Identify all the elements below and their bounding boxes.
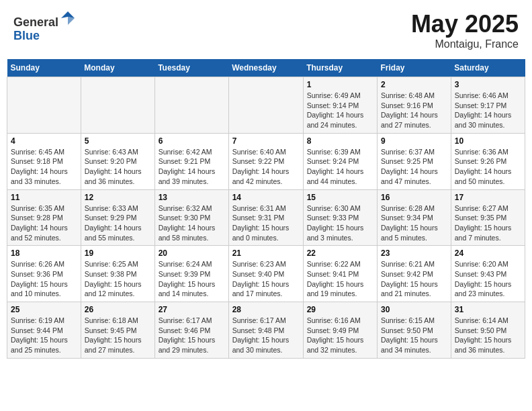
day-number: 8: [307, 136, 373, 146]
day-number: 15: [307, 193, 373, 202]
day-number: 27: [159, 305, 225, 314]
title-block: May 2025 Montaigu, France: [411, 10, 519, 50]
day-number: 19: [85, 248, 151, 258]
day-info: Sunrise: 6:24 AM Sunset: 9:39 PM Dayligh…: [159, 259, 225, 299]
header-cell-wednesday: Wednesday: [228, 59, 303, 77]
day-cell-4: 4Sunrise: 6:45 AM Sunset: 9:18 PM Daylig…: [7, 133, 81, 189]
day-number: 23: [381, 248, 447, 258]
day-info: Sunrise: 6:27 AM Sunset: 9:35 PM Dayligh…: [455, 203, 521, 243]
day-cell-29: 29Sunrise: 6:16 AM Sunset: 9:49 PM Dayli…: [303, 302, 377, 359]
day-cell-31: 31Sunrise: 6:14 AM Sunset: 9:50 PM Dayli…: [451, 302, 525, 359]
page-header: General Blue May 2025 Montaigu, France: [7, 7, 525, 54]
day-number: 13: [159, 193, 225, 202]
day-cell-25: 25Sunrise: 6:19 AM Sunset: 9:44 PM Dayli…: [7, 302, 81, 359]
header-cell-thursday: Thursday: [303, 59, 377, 77]
day-cell-5: 5Sunrise: 6:43 AM Sunset: 9:20 PM Daylig…: [81, 133, 154, 189]
calendar-title: May 2025: [411, 10, 519, 38]
day-number: 3: [455, 80, 521, 89]
day-info: Sunrise: 6:46 AM Sunset: 9:17 PM Dayligh…: [455, 91, 521, 130]
day-cell-30: 30Sunrise: 6:15 AM Sunset: 9:50 PM Dayli…: [378, 302, 451, 359]
day-info: Sunrise: 6:31 AM Sunset: 9:31 PM Dayligh…: [232, 203, 300, 243]
header-row: SundayMondayTuesdayWednesdayThursdayFrid…: [7, 59, 525, 77]
calendar-table: SundayMondayTuesdayWednesdayThursdayFrid…: [7, 59, 525, 359]
day-info: Sunrise: 6:22 AM Sunset: 9:41 PM Dayligh…: [307, 259, 373, 299]
day-number: 31: [455, 305, 521, 314]
logo-general: General: [13, 15, 58, 29]
day-number: 18: [11, 248, 77, 258]
day-info: Sunrise: 6:28 AM Sunset: 9:34 PM Dayligh…: [381, 203, 447, 243]
day-number: 30: [381, 305, 447, 314]
empty-cell: [7, 77, 81, 134]
day-cell-14: 14Sunrise: 6:31 AM Sunset: 9:31 PM Dayli…: [228, 189, 303, 246]
day-info: Sunrise: 6:39 AM Sunset: 9:24 PM Dayligh…: [307, 147, 373, 187]
day-number: 20: [159, 248, 225, 258]
day-info: Sunrise: 6:16 AM Sunset: 9:49 PM Dayligh…: [307, 316, 373, 355]
day-cell-9: 9Sunrise: 6:37 AM Sunset: 9:25 PM Daylig…: [378, 133, 451, 189]
day-cell-21: 21Sunrise: 6:23 AM Sunset: 9:40 PM Dayli…: [228, 246, 303, 302]
day-cell-13: 13Sunrise: 6:32 AM Sunset: 9:30 PM Dayli…: [154, 189, 228, 246]
day-cell-2: 2Sunrise: 6:48 AM Sunset: 9:16 PM Daylig…: [378, 77, 451, 134]
day-info: Sunrise: 6:49 AM Sunset: 9:14 PM Dayligh…: [307, 91, 373, 130]
day-cell-24: 24Sunrise: 6:20 AM Sunset: 9:43 PM Dayli…: [451, 246, 525, 302]
empty-cell: [154, 77, 228, 134]
day-info: Sunrise: 6:30 AM Sunset: 9:33 PM Dayligh…: [307, 203, 373, 243]
empty-cell: [228, 77, 303, 134]
logo: General Blue: [13, 10, 76, 43]
header-cell-saturday: Saturday: [451, 59, 525, 77]
day-info: Sunrise: 6:43 AM Sunset: 9:20 PM Dayligh…: [85, 147, 151, 187]
svg-marker-1: [68, 17, 75, 25]
day-cell-12: 12Sunrise: 6:33 AM Sunset: 9:29 PM Dayli…: [81, 189, 154, 246]
week-row-3: 11Sunrise: 6:35 AM Sunset: 9:28 PM Dayli…: [7, 189, 525, 246]
day-number: 12: [85, 193, 151, 202]
day-cell-17: 17Sunrise: 6:27 AM Sunset: 9:35 PM Dayli…: [451, 189, 525, 246]
day-number: 5: [85, 136, 151, 146]
day-number: 16: [381, 193, 447, 202]
week-row-4: 18Sunrise: 6:26 AM Sunset: 9:36 PM Dayli…: [7, 246, 525, 302]
day-cell-20: 20Sunrise: 6:24 AM Sunset: 9:39 PM Dayli…: [154, 246, 228, 302]
week-row-1: 1Sunrise: 6:49 AM Sunset: 9:14 PM Daylig…: [7, 77, 525, 134]
logo-icon: [60, 10, 76, 26]
day-info: Sunrise: 6:19 AM Sunset: 9:44 PM Dayligh…: [11, 316, 77, 355]
day-number: 10: [455, 136, 521, 146]
day-number: 29: [307, 305, 373, 314]
week-row-5: 25Sunrise: 6:19 AM Sunset: 9:44 PM Dayli…: [7, 302, 525, 359]
day-cell-11: 11Sunrise: 6:35 AM Sunset: 9:28 PM Dayli…: [7, 189, 81, 246]
calendar-location: Montaigu, France: [411, 38, 519, 50]
day-number: 21: [232, 248, 300, 258]
day-info: Sunrise: 6:14 AM Sunset: 9:50 PM Dayligh…: [455, 316, 521, 355]
day-cell-6: 6Sunrise: 6:42 AM Sunset: 9:21 PM Daylig…: [154, 133, 228, 189]
day-cell-16: 16Sunrise: 6:28 AM Sunset: 9:34 PM Dayli…: [378, 189, 451, 246]
calendar-body: 1Sunrise: 6:49 AM Sunset: 9:14 PM Daylig…: [7, 77, 525, 359]
day-info: Sunrise: 6:17 AM Sunset: 9:48 PM Dayligh…: [232, 316, 300, 355]
day-cell-23: 23Sunrise: 6:21 AM Sunset: 9:42 PM Dayli…: [378, 246, 451, 302]
day-info: Sunrise: 6:36 AM Sunset: 9:26 PM Dayligh…: [455, 147, 521, 187]
day-cell-27: 27Sunrise: 6:17 AM Sunset: 9:46 PM Dayli…: [154, 302, 228, 359]
day-number: 17: [455, 193, 521, 202]
day-number: 14: [232, 193, 300, 202]
day-info: Sunrise: 6:42 AM Sunset: 9:21 PM Dayligh…: [159, 147, 225, 187]
day-info: Sunrise: 6:17 AM Sunset: 9:46 PM Dayligh…: [159, 316, 225, 355]
day-info: Sunrise: 6:15 AM Sunset: 9:50 PM Dayligh…: [381, 316, 447, 355]
header-cell-tuesday: Tuesday: [154, 59, 228, 77]
day-cell-10: 10Sunrise: 6:36 AM Sunset: 9:26 PM Dayli…: [451, 133, 525, 189]
day-info: Sunrise: 6:48 AM Sunset: 9:16 PM Dayligh…: [381, 91, 447, 130]
logo-blue: Blue: [13, 29, 40, 42]
day-info: Sunrise: 6:18 AM Sunset: 9:45 PM Dayligh…: [85, 316, 151, 355]
day-cell-3: 3Sunrise: 6:46 AM Sunset: 9:17 PM Daylig…: [451, 77, 525, 134]
day-number: 26: [85, 305, 151, 314]
day-info: Sunrise: 6:25 AM Sunset: 9:38 PM Dayligh…: [85, 259, 151, 299]
day-cell-26: 26Sunrise: 6:18 AM Sunset: 9:45 PM Dayli…: [81, 302, 154, 359]
day-info: Sunrise: 6:37 AM Sunset: 9:25 PM Dayligh…: [381, 147, 447, 187]
day-number: 7: [232, 136, 300, 146]
day-number: 2: [381, 80, 447, 89]
day-cell-7: 7Sunrise: 6:40 AM Sunset: 9:22 PM Daylig…: [228, 133, 303, 189]
day-info: Sunrise: 6:26 AM Sunset: 9:36 PM Dayligh…: [11, 259, 77, 299]
day-info: Sunrise: 6:21 AM Sunset: 9:42 PM Dayligh…: [381, 259, 447, 299]
header-cell-monday: Monday: [81, 59, 154, 77]
day-info: Sunrise: 6:40 AM Sunset: 9:22 PM Dayligh…: [232, 147, 300, 187]
day-info: Sunrise: 6:23 AM Sunset: 9:40 PM Dayligh…: [232, 259, 300, 299]
week-row-2: 4Sunrise: 6:45 AM Sunset: 9:18 PM Daylig…: [7, 133, 525, 189]
day-info: Sunrise: 6:35 AM Sunset: 9:28 PM Dayligh…: [11, 203, 77, 243]
day-cell-15: 15Sunrise: 6:30 AM Sunset: 9:33 PM Dayli…: [303, 189, 377, 246]
day-number: 1: [307, 80, 373, 89]
